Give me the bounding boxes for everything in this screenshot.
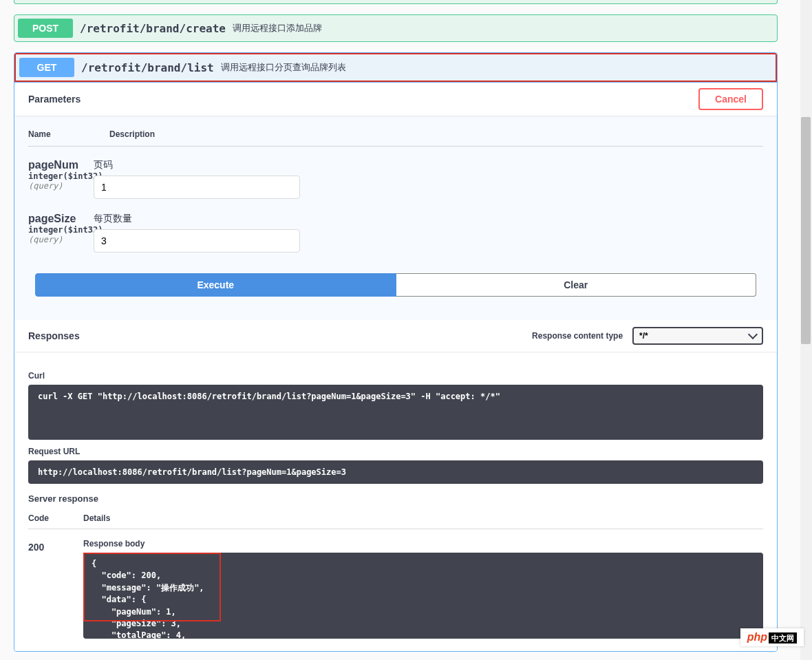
param-row-pagesize: pageSize integer($int32) (query) 每页数量 — [28, 213, 763, 253]
response-section: Curl curl -X GET "http://localhost:8086/… — [14, 352, 777, 651]
method-badge-post: POST — [18, 19, 73, 38]
response-body-title: Response body — [83, 539, 763, 549]
request-url-title: Request URL — [28, 447, 763, 456]
clear-button[interactable]: Clear — [396, 273, 757, 297]
page-scrollbar-thumb[interactable] — [801, 117, 811, 344]
parameters-header: Parameters Cancel — [14, 83, 777, 116]
param-name: pageSize — [28, 213, 87, 225]
col-details: Details — [83, 513, 110, 523]
details-columns: Code Details — [28, 513, 763, 529]
content-type-select[interactable]: */* — [632, 327, 763, 345]
server-response-title: Server response — [28, 493, 763, 504]
param-name: pageNum — [28, 159, 87, 171]
page-scrollbar-track[interactable] — [800, 0, 812, 660]
response-code: 200 — [28, 539, 83, 639]
watermark-badge: php中文网 — [740, 628, 804, 646]
cancel-button[interactable]: Cancel — [698, 88, 763, 110]
responses-title: Responses — [28, 330, 80, 341]
endpoint-body-get: Parameters Cancel Name Description pageN… — [14, 82, 777, 651]
endpoint-desc-get: 调用远程接口分页查询品牌列表 — [221, 61, 346, 74]
param-in: (query) — [28, 235, 87, 244]
watermark-brand: php — [747, 631, 767, 643]
endpoint-block-post[interactable]: POST /retrofit/brand/create 调用远程接口添加品牌 — [14, 14, 778, 42]
response-row: 200 Response body { "code": 200, "messag… — [28, 539, 763, 639]
responses-header: Responses Response content type */* — [14, 320, 777, 352]
endpoint-path-post: /retrofit/brand/create — [80, 22, 226, 35]
response-body-box[interactable]: { "code": 200, "message": "操作成功", "data"… — [83, 553, 763, 639]
param-label: 页码 — [94, 159, 300, 171]
curl-box[interactable]: curl -X GET "http://localhost:8086/retro… — [28, 385, 763, 440]
endpoint-block-get: GET /retrofit/brand/list 调用远程接口分页查询品牌列表 … — [14, 52, 778, 652]
param-type: integer($int32) — [28, 225, 87, 235]
endpoint-summary-get[interactable]: GET /retrofit/brand/list 调用远程接口分页查询品牌列表 — [14, 53, 777, 82]
parameters-body: Name Description pageNum integer($int32)… — [14, 116, 777, 320]
content-type-label: Response content type — [532, 331, 623, 341]
execute-button[interactable]: Execute — [35, 273, 396, 297]
pagenum-input[interactable] — [94, 175, 300, 199]
col-name: Name — [28, 129, 76, 139]
curl-title: Curl — [28, 371, 763, 381]
param-label: 每页数量 — [94, 213, 300, 225]
col-desc: Description — [109, 129, 155, 139]
watermark-suffix: 中文网 — [769, 632, 797, 643]
param-in: (query) — [28, 181, 87, 191]
endpoint-path-get: /retrofit/brand/list — [81, 61, 214, 74]
col-code: Code — [28, 513, 83, 523]
parameters-title: Parameters — [28, 94, 81, 105]
execute-clear-row: Execute Clear — [28, 273, 763, 306]
endpoint-desc-post: 调用远程接口添加品牌 — [233, 22, 322, 34]
endpoint-summary-post[interactable]: POST /retrofit/brand/create 调用远程接口添加品牌 — [14, 15, 777, 41]
method-badge-get: GET — [19, 58, 74, 77]
param-row-pagenum: pageNum integer($int32) (query) 页码 — [28, 159, 763, 199]
parameters-columns: Name Description — [28, 129, 763, 147]
endpoint-block-top-sliver — [14, 0, 778, 4]
pagesize-input[interactable] — [94, 229, 300, 253]
param-type: integer($int32) — [28, 171, 87, 181]
request-url-box[interactable]: http://localhost:8086/retrofit/brand/lis… — [28, 460, 763, 484]
